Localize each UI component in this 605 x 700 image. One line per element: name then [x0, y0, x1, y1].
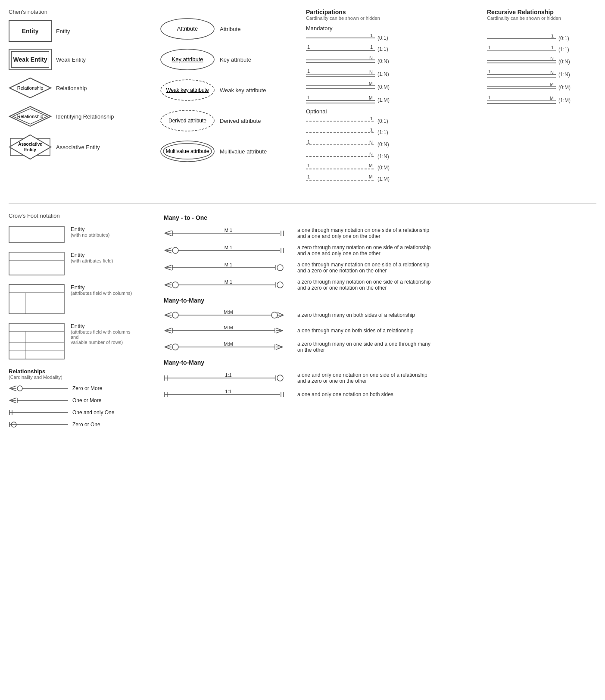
- svg-text:Entity: Entity: [24, 147, 36, 152]
- part-row-m4: M (0:M): [306, 82, 478, 92]
- part-line-m4: M: [306, 82, 375, 92]
- svg-text:1: 1: [307, 140, 310, 144]
- cf-m1-line-2: M:1: [164, 262, 293, 273]
- many-to-many2-title: Many-to-Many: [164, 359, 596, 366]
- cf-mm-desc-0: a zero through many on both sides of a r…: [297, 312, 415, 318]
- rel-one-more: One or More: [9, 396, 155, 405]
- cf-entity-4-label: Entity: [71, 323, 140, 329]
- rec-label-1: (1:1): [558, 47, 580, 53]
- cf-entity-4-symbol: [9, 323, 65, 359]
- part-row-o4: 1 M (0:M): [306, 164, 478, 172]
- svg-line-144: [165, 331, 172, 333]
- weak-entity-row: Weak Entity Weak Entity: [9, 49, 155, 70]
- svg-text:1: 1: [370, 117, 373, 121]
- rec-line-1: 1 1: [487, 46, 556, 53]
- optional-label: Optional: [306, 108, 478, 115]
- cf-entity-3-symbol: [9, 284, 65, 314]
- part-label-m0: (0:1): [377, 35, 399, 41]
- participation-title: Participations: [306, 9, 478, 16]
- rel-zero-more-symbol: [9, 384, 69, 393]
- entity-symbol: Entity: [9, 20, 52, 42]
- part-label-m1: (1:1): [377, 46, 399, 52]
- cf-mm-row-2: M:M a zero through many on one side and …: [164, 341, 596, 353]
- svg-text:1: 1: [307, 175, 310, 179]
- rel-one-only-symbol: [9, 408, 69, 417]
- cf-entity-2-sublabel: (with attributes field): [71, 258, 113, 263]
- svg-text:M: M: [550, 96, 554, 101]
- cf-mm-row-1: M:M a one through many on both sides of …: [164, 325, 596, 336]
- attribute-symbol: Attribute: [159, 17, 215, 41]
- multivalue-attribute-symbol: Multivalue attribute: [159, 140, 215, 163]
- svg-text:1: 1: [307, 45, 310, 50]
- cf-m1-row-3: M:1 a zero through many notation on one …: [164, 279, 596, 291]
- svg-text:M: M: [369, 175, 373, 179]
- svg-line-158: [276, 344, 283, 347]
- participation-col: Participations Cardinality can be shown …: [297, 9, 478, 186]
- svg-text:1: 1: [551, 34, 554, 38]
- svg-text:Key attribute: Key attribute: [172, 56, 203, 62]
- cf-entity-1-label: Entity: [71, 226, 109, 232]
- key-attribute-label: Key attribute: [220, 56, 251, 63]
- multivalue-attr-row: Multivalue attribute Multivalue attribut…: [159, 140, 297, 163]
- many-to-many-title: Many-to-Many: [164, 297, 596, 304]
- multivalue-attribute-label: Multivalue attribute: [220, 148, 267, 155]
- assoc-entity-symbol: Associative Entity: [9, 134, 52, 160]
- svg-rect-73: [9, 226, 64, 243]
- svg-text:1: 1: [370, 34, 373, 38]
- attribute-label: Attribute: [220, 26, 240, 32]
- svg-line-126: [165, 285, 172, 288]
- svg-line-108: [165, 248, 172, 250]
- rec-line-3: 1 N: [487, 70, 556, 79]
- svg-text:Attribute: Attribute: [177, 25, 198, 32]
- svg-line-150: [276, 331, 283, 333]
- cf-11-desc-1: a one and only one notation on both side…: [297, 391, 393, 397]
- cf-entity-1: Entity (with no attributes): [9, 226, 155, 243]
- part-line-m0: 1: [306, 34, 375, 42]
- cf-mm-line-2: M:M: [164, 342, 293, 352]
- svg-text:Multivalue attribute: Multivalue attribute: [166, 148, 209, 154]
- svg-text:Weak key attribute: Weak key attribute: [166, 87, 209, 93]
- svg-text:Derived attribute: Derived attribute: [168, 118, 206, 124]
- rec-row-2: N (0:N): [487, 57, 596, 66]
- svg-line-140: [278, 315, 284, 318]
- rec-line-5: 1 M: [487, 96, 556, 105]
- svg-line-91: [9, 400, 16, 403]
- rel-one-only: One and only One: [9, 408, 155, 417]
- part-row-m0: 1 (0:1): [306, 34, 478, 42]
- cf-m1-line-0: M:1: [164, 228, 293, 238]
- part-label-m4: (0:M): [377, 84, 399, 90]
- cf-entity-2-label: Entity: [71, 252, 113, 258]
- cf-entity-3-sublabel: (attributes field with columns): [71, 291, 132, 296]
- svg-text:N: N: [369, 153, 373, 156]
- part-row-m5: 1 M (1:M): [306, 95, 478, 105]
- rel-zero-one: Zero or One: [9, 420, 155, 429]
- rec-line-4: M: [487, 83, 556, 92]
- svg-text:M:1: M:1: [225, 245, 232, 250]
- cf-m1-desc-0: a one through many notation on one side …: [297, 227, 435, 239]
- svg-line-86: [9, 388, 16, 391]
- attr-col: Attribute Attribute Key attribute Key at…: [155, 9, 297, 186]
- svg-text:Associative: Associative: [18, 142, 42, 147]
- part-label-o4: (0:M): [377, 165, 399, 171]
- svg-text:M:M: M:M: [224, 310, 233, 315]
- assoc-entity-row: Associative Entity Associative Entity: [9, 134, 155, 160]
- part-row-m2: N (0:N): [306, 56, 478, 66]
- weak-entity-label: Weak Entity: [56, 56, 86, 63]
- relationships-section: Relationships (Cardinality and Modality)…: [9, 368, 155, 429]
- relationship-symbol: Relationship: [9, 77, 52, 99]
- rec-row-3: 1 N (1:N): [487, 70, 596, 79]
- svg-text:1: 1: [551, 46, 554, 50]
- svg-text:1:1: 1:1: [225, 373, 231, 378]
- rel-zero-one-symbol: [9, 420, 69, 429]
- svg-text:1: 1: [307, 95, 310, 100]
- svg-line-124: [165, 282, 172, 285]
- part-line-o0: 1: [306, 117, 375, 125]
- svg-point-130: [277, 282, 283, 288]
- part-label-o2: (0:N): [377, 141, 399, 147]
- svg-rect-79: [9, 323, 64, 359]
- rel-zero-one-label: Zero or One: [72, 422, 100, 428]
- svg-line-100: [165, 231, 172, 233]
- crows-section: Crow's Foot notation Entity (with no att…: [9, 212, 596, 432]
- svg-point-155: [172, 344, 178, 350]
- svg-text:M:M: M:M: [224, 325, 233, 330]
